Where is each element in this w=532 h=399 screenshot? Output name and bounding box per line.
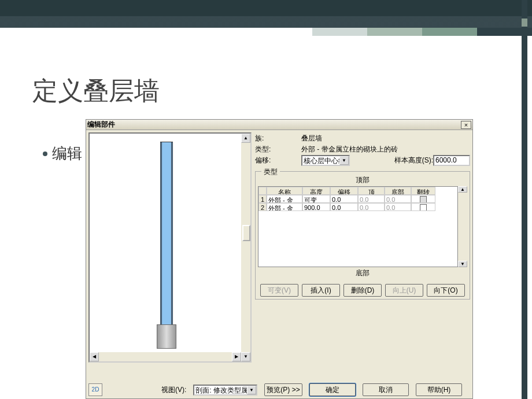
offset-label: 偏移: bbox=[255, 156, 301, 165]
dialog-bottom-bar: 2D 视图(V): 剖面: 修改类型属性▼ 预览(P) >> 确定 取消 帮助(… bbox=[88, 383, 470, 396]
wall-base-block bbox=[157, 324, 176, 349]
slide-top-bar bbox=[0, 0, 532, 16]
table-header-row: 名称 高度 偏移 顶 底部 翻转 bbox=[258, 187, 457, 195]
dialog-titlebar[interactable]: 编辑部件 × bbox=[86, 120, 472, 130]
preview-scrollbar-horizontal[interactable]: ◀▶ bbox=[90, 352, 241, 361]
cell-offset[interactable]: 0.0 bbox=[330, 203, 358, 211]
type-value: 外部 - 带金属立柱的砌块上的砖 bbox=[301, 145, 470, 154]
delete-button[interactable]: 删除(D) bbox=[343, 284, 382, 297]
scroll-left-icon[interactable]: ◀ bbox=[90, 352, 99, 361]
move-up-button[interactable]: 向上(U) bbox=[385, 284, 423, 297]
dialog-title: 编辑部件 bbox=[87, 120, 115, 130]
sample-height-label: 样本高度(S): bbox=[394, 156, 433, 165]
table-button-row: 可变(V) 插入(I) 删除(D) 向上(U) 向下(O) bbox=[258, 284, 467, 297]
top-label: 顶部 bbox=[258, 174, 467, 186]
decor-teal-band bbox=[312, 28, 532, 36]
cell-flip[interactable] bbox=[411, 203, 435, 211]
bullet-dot-icon bbox=[43, 152, 47, 156]
preview-scrollbar-vertical[interactable]: ▲ ▼ bbox=[241, 134, 250, 361]
preview-grip-icon[interactable] bbox=[242, 225, 250, 241]
view-label: 视图(V): bbox=[161, 385, 186, 395]
slide-bullet-text: 编辑 bbox=[52, 143, 82, 164]
move-down-button[interactable]: 向下(O) bbox=[427, 284, 465, 297]
wall-preview-pane[interactable]: ▲ ▼ ◀▶ bbox=[88, 132, 252, 363]
wall-preview-graphic bbox=[160, 142, 173, 349]
view-2d-icon[interactable]: 2D bbox=[88, 383, 102, 396]
col-bottom[interactable]: 底部 bbox=[385, 187, 411, 195]
col-height[interactable]: 高度 bbox=[302, 187, 330, 195]
table-row[interactable]: 1 外部 - 金 可变 0.0 0.0 0.0 bbox=[258, 195, 457, 203]
scroll-right-icon[interactable]: ▶ bbox=[232, 352, 241, 361]
view-select[interactable]: 剖面: 修改类型属性▼ bbox=[193, 385, 257, 396]
cell-bottom[interactable]: 0.0 bbox=[385, 195, 411, 203]
dialog-right-panel: 族:叠层墙 类型:外部 - 带金属立柱的砌块上的砖 偏移: 核心层中心线▼ 样本… bbox=[255, 132, 470, 300]
cell-height[interactable]: 900.0 bbox=[302, 203, 330, 211]
col-name[interactable]: 名称 bbox=[267, 187, 302, 195]
col-offset[interactable]: 偏移 bbox=[330, 187, 358, 195]
col-top[interactable]: 顶 bbox=[358, 187, 385, 195]
cell-height[interactable]: 可变 bbox=[302, 195, 330, 203]
type-label: 类型: bbox=[255, 145, 301, 154]
close-icon[interactable]: × bbox=[461, 121, 471, 129]
scroll-down-icon[interactable]: ▼ bbox=[241, 352, 250, 361]
cancel-button[interactable]: 取消 bbox=[363, 383, 409, 396]
insert-button[interactable]: 插入(I) bbox=[302, 284, 340, 297]
type-fieldset: 类型 顶部 名称 高度 偏移 顶 底部 翻转 1 外部 - 金 可变 0.0 bbox=[255, 171, 470, 300]
variable-button[interactable]: 可变(V) bbox=[260, 284, 298, 297]
edit-assembly-dialog: 编辑部件 × ▲ ▼ ◀▶ 族:叠层墙 类型:外部 - 带金属立柱的砌块上的砖 … bbox=[86, 119, 473, 399]
cell-name[interactable]: 外部 - 金 bbox=[267, 203, 302, 211]
help-button[interactable]: 帮助(H) bbox=[416, 383, 462, 396]
cell-flip[interactable] bbox=[411, 195, 435, 203]
bottom-label: 底部 bbox=[258, 267, 467, 279]
scroll-down-icon[interactable]: ▼ bbox=[458, 261, 467, 267]
table-row[interactable]: 2 外部 - 金 900.0 0.0 0.0 0.0 bbox=[258, 203, 457, 211]
cell-top[interactable]: 0.0 bbox=[358, 203, 385, 211]
cell-name[interactable]: 外部 - 金 bbox=[267, 195, 302, 203]
table-scrollbar-vertical[interactable]: ▲ ▼ bbox=[458, 186, 467, 267]
layers-table: 名称 高度 偏移 顶 底部 翻转 1 外部 - 金 可变 0.0 0.0 0.0 bbox=[258, 186, 458, 267]
offset-select[interactable]: 核心层中心线▼ bbox=[301, 155, 350, 166]
fieldset-legend: 类型 bbox=[261, 167, 280, 177]
family-value: 叠层墙 bbox=[301, 134, 470, 143]
table-empty-area bbox=[258, 211, 457, 267]
scroll-up-icon[interactable]: ▲ bbox=[241, 134, 250, 143]
dropdown-arrow-icon[interactable]: ▼ bbox=[339, 156, 349, 165]
cell-top[interactable]: 0.0 bbox=[358, 195, 385, 203]
family-label: 族: bbox=[255, 134, 301, 143]
scroll-up-icon[interactable]: ▲ bbox=[458, 186, 467, 193]
cell-offset[interactable]: 0.0 bbox=[330, 195, 358, 203]
slide-title: 定义叠层墙 bbox=[32, 74, 532, 108]
decor-band bbox=[0, 16, 532, 28]
decor-side-stripe bbox=[522, 0, 527, 399]
cell-bottom[interactable]: 0.0 bbox=[385, 203, 411, 211]
ok-button[interactable]: 确定 bbox=[309, 383, 356, 396]
preview-button[interactable]: 预览(P) >> bbox=[264, 383, 302, 396]
col-flip[interactable]: 翻转 bbox=[411, 187, 435, 195]
slide-bullet-row: 编辑 bbox=[43, 143, 82, 164]
dropdown-arrow-icon[interactable]: ▼ bbox=[247, 386, 256, 394]
sample-height-input[interactable]: 6000.0 bbox=[433, 155, 470, 166]
